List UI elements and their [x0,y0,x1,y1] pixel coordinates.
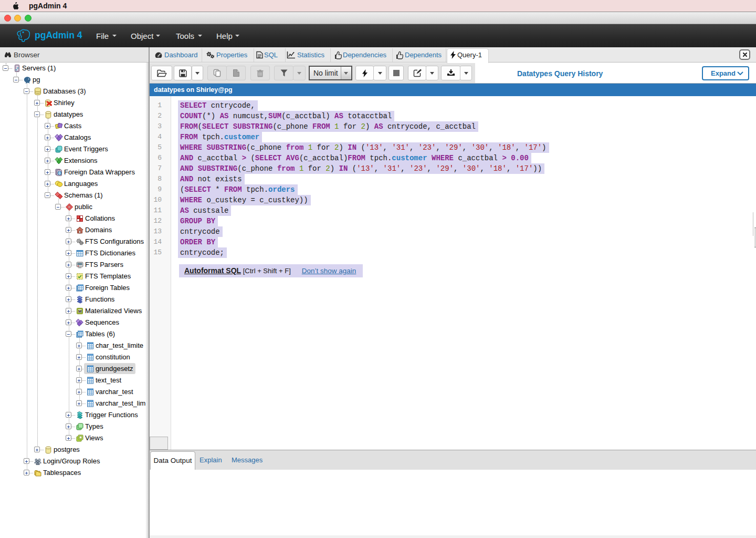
svg-text:M: M [78,308,81,313]
